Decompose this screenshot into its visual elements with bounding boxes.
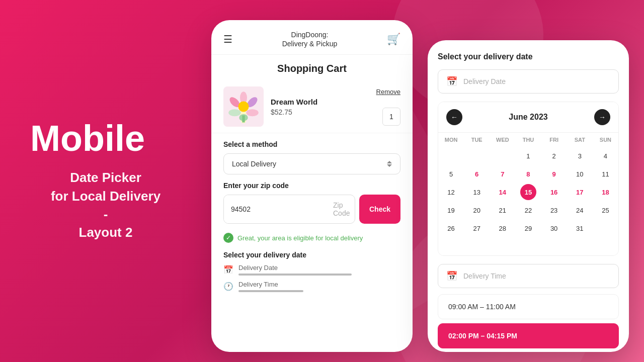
success-icon: ✓ xyxy=(223,233,233,243)
calendar-cell xyxy=(438,237,464,255)
calendar-cell[interactable]: 7 xyxy=(490,165,515,183)
calendar-cell[interactable]: 4 xyxy=(593,147,618,165)
calendar-cell[interactable]: 8 xyxy=(515,165,541,183)
left-panel: Mobile Date Picker for Local Delivery - … xyxy=(0,0,211,362)
day-sat: SAT xyxy=(567,133,593,147)
calendar-cell[interactable]: 30 xyxy=(541,219,567,237)
day-tue: TUE xyxy=(464,133,490,147)
calendar-cell xyxy=(464,147,490,165)
calendar-cell[interactable]: 29 xyxy=(515,219,541,237)
calendar-cell[interactable]: 14 xyxy=(490,183,515,201)
svg-rect-8 xyxy=(242,116,245,123)
day-fri: FRI xyxy=(541,133,567,147)
svg-point-2 xyxy=(246,110,259,117)
zip-input[interactable] xyxy=(224,195,326,223)
arrow-up-icon xyxy=(387,161,392,163)
calendar-cell[interactable]: 1 xyxy=(515,147,541,165)
hamburger-icon[interactable]: ☰ xyxy=(223,33,232,45)
delivery-time-bar xyxy=(238,290,303,292)
day-sun: SUN xyxy=(593,133,618,147)
calendar-days-header: MON TUE WED THU FRI SAT SUN xyxy=(438,132,618,147)
calendar-cell[interactable]: 26 xyxy=(438,219,464,237)
delivery-date-label: Select your delivery date xyxy=(223,251,400,259)
calendar-cell[interactable]: 19 xyxy=(438,201,464,219)
calendar-cell[interactable]: 2 xyxy=(541,147,567,165)
zip-placeholder: Zip Code xyxy=(326,195,355,223)
subtitle-line2: for Local Delivery xyxy=(51,189,160,204)
day-thu: THU xyxy=(515,133,541,147)
time-slot-0[interactable]: 09:00 AM – 11:00 AM xyxy=(438,294,619,319)
zip-label: Enter your zip code xyxy=(223,182,400,190)
calendar-cell[interactable]: 3 xyxy=(567,147,593,165)
calendar-cell[interactable]: 21 xyxy=(490,201,515,219)
check-button[interactable]: Check xyxy=(359,195,400,224)
phone-right: Select your delivery date 📅 Delivery Dat… xyxy=(428,40,629,352)
calendar-cell[interactable]: 12 xyxy=(438,183,464,201)
calendar-cell xyxy=(593,219,618,237)
calendar-cell[interactable]: 11 xyxy=(593,165,618,183)
shopping-cart-title: Shopping Cart xyxy=(211,55,413,80)
calendar-cell[interactable]: 17 xyxy=(567,183,593,201)
calendar-cell[interactable]: 16 xyxy=(541,183,567,201)
svg-point-6 xyxy=(238,102,249,112)
calendar-next-button[interactable]: → xyxy=(594,109,610,125)
calendar-cell[interactable]: 18 xyxy=(593,183,618,201)
calendar-cell[interactable]: 13 xyxy=(464,183,490,201)
product-price: $52.75 xyxy=(271,108,369,116)
success-message: ✓ Great, your area is eligible for local… xyxy=(211,229,413,249)
calendar-header: ← June 2023 → xyxy=(438,102,618,132)
phone-left: ☰ DingDoong: Delivery & Pickup 🛒 Shoppin… xyxy=(211,20,413,352)
calendar-prev-button[interactable]: ← xyxy=(446,109,462,125)
calendar-cell[interactable]: 5 xyxy=(438,165,464,183)
calendar-icon-small: 📅 xyxy=(223,265,233,275)
right-phone-content: Select your delivery date 📅 Delivery Dat… xyxy=(428,40,629,352)
calendar-cell[interactable]: 23 xyxy=(541,201,567,219)
calendar-cell[interactable]: 31 xyxy=(567,219,593,237)
delivery-time-field[interactable]: 🕐 Delivery Time xyxy=(223,281,400,292)
subtitle-line1: Date Picker xyxy=(70,170,141,185)
calendar-cell[interactable]: 20 xyxy=(464,201,490,219)
calendar-cell[interactable]: 27 xyxy=(464,219,490,237)
calendar-cell[interactable]: 9 xyxy=(541,165,567,183)
delivery-date-field[interactable]: 📅 Delivery Date xyxy=(223,264,400,276)
select-arrows-icon xyxy=(387,161,392,167)
calendar-cell[interactable]: 22 xyxy=(515,201,541,219)
zip-section: Enter your zip code Zip Code Check xyxy=(211,182,413,229)
method-section: Select a method Local Delivery xyxy=(211,133,413,182)
zip-input-wrap: Zip Code xyxy=(223,195,355,224)
method-select[interactable]: Local Delivery xyxy=(223,153,400,174)
svg-point-4 xyxy=(228,110,241,117)
time-slot-1[interactable]: 02:00 PM – 04:15 PM xyxy=(438,323,619,348)
calendar-cell xyxy=(490,147,515,165)
time-slots: 09:00 AM – 11:00 AM02:00 PM – 04:15 PM05… xyxy=(438,294,619,352)
time-placeholder: Delivery Time xyxy=(463,272,506,280)
app-title: DingDoong: Delivery & Pickup xyxy=(282,30,338,48)
phone-header: ☰ DingDoong: Delivery & Pickup 🛒 xyxy=(211,20,413,55)
calendar-cell[interactable]: 28 xyxy=(490,219,515,237)
quantity-box[interactable]: 1 xyxy=(382,108,400,126)
right-section-title: Select your delivery date xyxy=(438,52,619,61)
calendar-cell[interactable]: 25 xyxy=(593,201,618,219)
arrow-down-icon xyxy=(387,164,392,167)
delivery-date-input[interactable]: 📅 Delivery Date xyxy=(438,69,619,94)
calendar-grid: 1234567891011121314151617181920212223242… xyxy=(438,147,618,255)
subtitle-dash: - xyxy=(104,207,108,222)
product-item: Dream World $52.75 Remove 1 xyxy=(211,80,413,133)
page-title: Mobile xyxy=(30,120,181,156)
calendar-month: June 2023 xyxy=(509,113,547,122)
calendar-cell[interactable]: 6 xyxy=(464,165,490,183)
product-image xyxy=(223,86,264,127)
cart-icon[interactable]: 🛒 xyxy=(387,33,400,46)
delivery-date-name: Delivery Date xyxy=(238,264,400,272)
delivery-time-info: Delivery Time xyxy=(238,281,400,292)
success-text: Great, your area is eligible for local d… xyxy=(237,234,363,242)
delivery-time-input[interactable]: 📅 Delivery Time xyxy=(438,264,619,288)
remove-button[interactable]: Remove xyxy=(376,88,400,96)
left-subtitle: Date Picker for Local Delivery - Layout … xyxy=(30,168,181,242)
clock-icon: 📅 xyxy=(446,270,457,282)
calendar-icon: 📅 xyxy=(446,76,457,87)
calendar-cell[interactable]: 24 xyxy=(567,201,593,219)
method-label: Select a method xyxy=(223,140,400,148)
calendar-cell[interactable]: 15 xyxy=(515,183,541,201)
calendar-cell[interactable]: 10 xyxy=(567,165,593,183)
